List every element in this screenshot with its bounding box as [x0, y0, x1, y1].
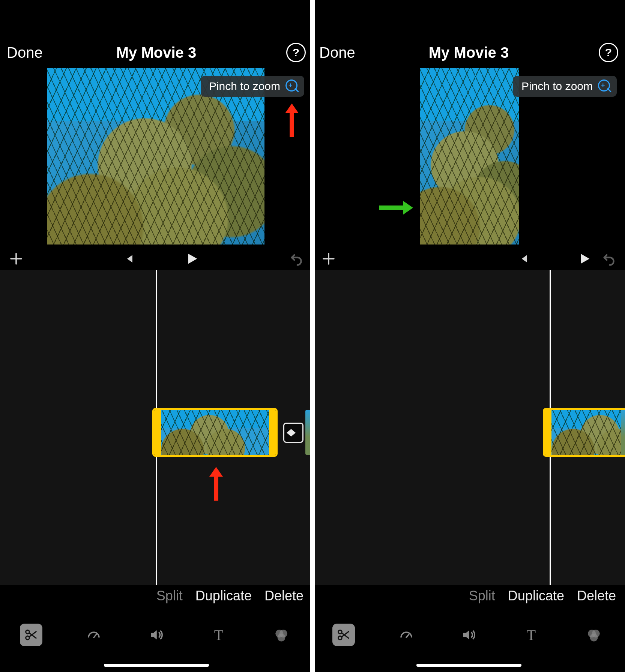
- playback-bar: [312, 248, 625, 270]
- transition-button[interactable]: [283, 423, 303, 443]
- skip-to-start-button[interactable]: [517, 252, 530, 265]
- screenshot-left: Done My Movie 3 ? Pinch to zoom +: [0, 0, 312, 672]
- screenshot-right: Done My Movie 3 ? Pinch to zoom +: [312, 0, 625, 672]
- playhead-marker-icon: [150, 259, 162, 267]
- text-icon: T: [527, 626, 536, 644]
- duplicate-button[interactable]: Duplicate: [508, 588, 564, 604]
- preview-video[interactable]: [420, 68, 519, 244]
- play-button[interactable]: [577, 251, 592, 266]
- zoom-tooltip-label: Pinch to zoom: [209, 80, 280, 93]
- clip-thumbnails: [551, 410, 625, 455]
- header-bar: Done My Movie 3 ?: [0, 38, 312, 68]
- delete-button[interactable]: Delete: [264, 588, 303, 604]
- clip-thumbnails: [161, 410, 269, 455]
- done-button[interactable]: Done: [319, 44, 355, 61]
- volume-icon: [461, 627, 476, 643]
- preview-area[interactable]: Pinch to zoom +: [0, 68, 312, 248]
- help-icon: ?: [293, 46, 299, 59]
- tool-bar: T: [0, 619, 312, 651]
- speedometer-icon: [86, 627, 102, 643]
- plus-icon: [321, 251, 337, 267]
- duplicate-button[interactable]: Duplicate: [195, 588, 252, 604]
- play-icon: [577, 251, 592, 266]
- done-button[interactable]: Done: [7, 44, 43, 61]
- preview-area[interactable]: Pinch to zoom +: [312, 68, 625, 248]
- help-button[interactable]: ?: [599, 43, 618, 62]
- speedometer-icon: [398, 627, 414, 643]
- screenshot-divider: [310, 0, 315, 672]
- undo-button[interactable]: [602, 251, 617, 266]
- skip-start-icon: [517, 252, 530, 265]
- magnifier-plus-icon: +: [598, 80, 611, 93]
- selected-clip[interactable]: [152, 408, 278, 457]
- filters-tool[interactable]: [583, 624, 605, 646]
- tool-bar: T: [312, 619, 625, 651]
- filters-icon: [586, 627, 602, 643]
- help-button[interactable]: ?: [286, 43, 306, 62]
- home-indicator[interactable]: [104, 664, 209, 667]
- add-media-button[interactable]: [8, 251, 24, 267]
- scissors-icon: [337, 628, 351, 642]
- filters-tool[interactable]: [270, 624, 293, 646]
- playhead-marker-icon: [544, 259, 556, 267]
- zoom-tooltip[interactable]: Pinch to zoom +: [513, 76, 617, 97]
- next-clip-sliver[interactable]: [621, 410, 625, 455]
- audio-tool[interactable]: [457, 624, 480, 646]
- zoom-tooltip[interactable]: Pinch to zoom +: [201, 76, 304, 97]
- scissors-icon: [24, 628, 38, 642]
- svg-point-9: [590, 634, 598, 642]
- home-indicator[interactable]: [416, 664, 521, 667]
- undo-icon: [602, 251, 617, 266]
- volume-icon: [148, 627, 164, 643]
- project-title: My Movie 3: [429, 44, 509, 61]
- audio-tool[interactable]: [145, 624, 167, 646]
- skip-to-start-button[interactable]: [122, 252, 135, 265]
- selected-clip[interactable]: [543, 408, 625, 457]
- svg-point-4: [277, 634, 285, 642]
- filters-icon: [273, 627, 289, 643]
- edit-actions: Split Duplicate Delete: [469, 588, 616, 604]
- undo-button[interactable]: [289, 251, 304, 266]
- crossfade-icon: [291, 429, 296, 436]
- text-icon: T: [214, 626, 223, 644]
- plus-icon: [8, 251, 24, 267]
- titles-tool[interactable]: T: [520, 624, 542, 646]
- project-title: My Movie 3: [116, 44, 196, 61]
- undo-icon: [289, 251, 304, 266]
- timeline-area[interactable]: [0, 270, 312, 585]
- cut-tool[interactable]: [20, 624, 42, 646]
- play-icon: [185, 251, 200, 266]
- cut-tool[interactable]: [332, 624, 355, 646]
- speed-tool[interactable]: [395, 624, 418, 646]
- timeline-area[interactable]: [312, 270, 625, 585]
- play-button[interactable]: [185, 251, 200, 266]
- edit-actions: Split Duplicate Delete: [156, 588, 303, 604]
- split-button: Split: [469, 588, 495, 604]
- add-media-button[interactable]: [321, 251, 337, 267]
- zoom-tooltip-label: Pinch to zoom: [521, 80, 593, 93]
- help-icon: ?: [605, 46, 612, 59]
- speed-tool[interactable]: [83, 624, 105, 646]
- magnifier-plus-icon: +: [285, 80, 299, 93]
- split-button: Split: [156, 588, 183, 604]
- skip-start-icon: [122, 252, 135, 265]
- titles-tool[interactable]: T: [207, 624, 230, 646]
- header-bar: Done My Movie 3 ?: [312, 38, 625, 68]
- delete-button[interactable]: Delete: [577, 588, 616, 604]
